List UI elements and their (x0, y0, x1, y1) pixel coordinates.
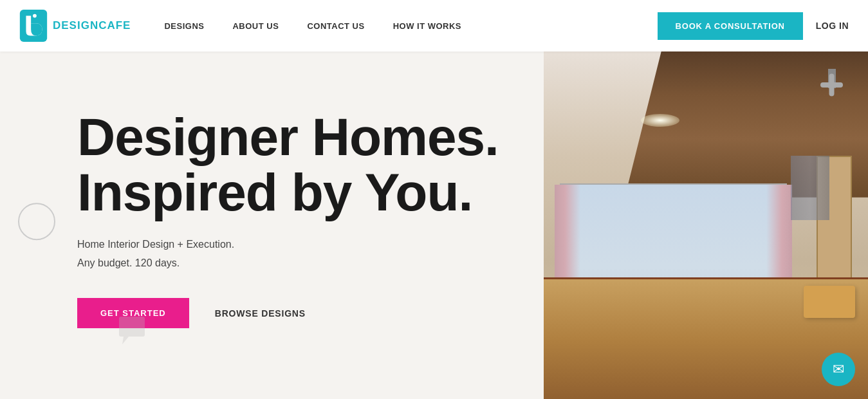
nav-item-contact[interactable]: CONTACT US (293, 21, 378, 31)
bed (544, 277, 868, 399)
hero-subtitle: Home Interior Design + Execution. Any bu… (77, 236, 544, 273)
bed-pillow (804, 286, 855, 318)
book-consultation-button[interactable]: BOOK A CONSULTATION (658, 12, 803, 40)
deco-circle (18, 203, 55, 240)
logo-area[interactable]: DESIGNCAFE (19, 10, 131, 42)
hero-title: Designer Homes. Inspired by You. (77, 109, 544, 220)
logo-icon (19, 10, 48, 42)
svg-point-1 (33, 14, 37, 18)
nav-links: DESIGNS ABOUT US CONTACT US HOW IT WORKS (150, 21, 657, 31)
mail-icon: ✉ (833, 361, 844, 378)
browse-designs-link[interactable]: BROWSE DESIGNS (215, 308, 306, 319)
brand-name: DESIGNCAFE (53, 19, 131, 32)
deco-bubble (116, 315, 148, 348)
nav-item-designs[interactable]: DESIGNS (150, 21, 218, 31)
main-content: Designer Homes. Inspired by You. Home In… (0, 51, 868, 399)
nav-item-about[interactable]: ABOUT US (218, 21, 293, 31)
nav-item-how[interactable]: HOW IT WORKS (379, 21, 476, 31)
wall-decoration (791, 156, 829, 220)
hero-subtitle-line1: Home Interior Design + Execution. (77, 239, 234, 250)
hero-title-line1: Designer Homes. (77, 107, 499, 166)
room-background (544, 51, 868, 399)
fan-blade-2 (829, 74, 835, 97)
navbar: DESIGNCAFE DESIGNS ABOUT US CONTACT US H… (0, 0, 868, 51)
login-link[interactable]: LOG IN (816, 21, 849, 31)
hero-title-line2: Inspired by You. (77, 163, 472, 221)
chat-button[interactable]: ✉ (822, 353, 855, 386)
nav-right: BOOK A CONSULTATION LOG IN (658, 12, 849, 40)
ceiling-fan (828, 69, 836, 85)
right-panel: ✉ (544, 51, 868, 399)
left-panel: Designer Homes. Inspired by You. Home In… (0, 51, 544, 399)
hero-subtitle-line2: Any budget. 120 days. (77, 257, 180, 268)
